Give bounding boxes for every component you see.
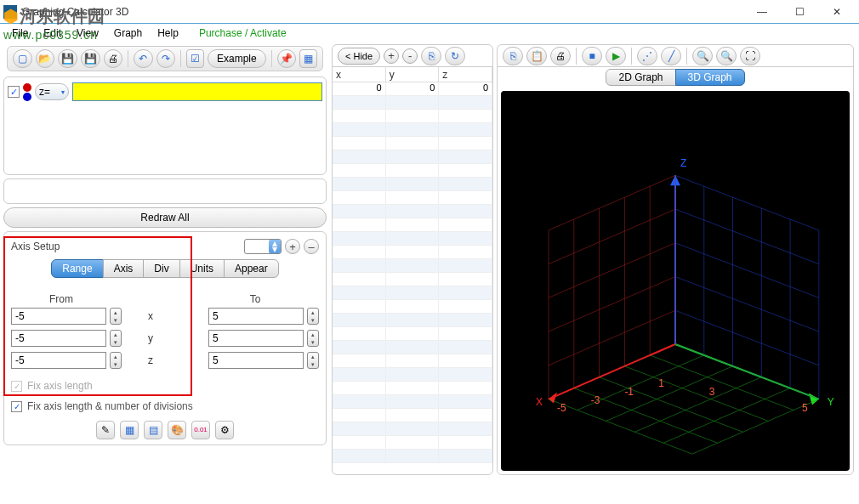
pin-button[interactable]: 📌 [277,49,297,68]
table-row[interactable] [333,123,492,137]
formula-input[interactable] [72,82,322,101]
undo-button[interactable]: ↶ [134,49,153,68]
mid-copy-button[interactable]: ⎘ [421,47,441,65]
fix-axis-div-checkbox[interactable] [11,401,22,412]
zoom-in-button[interactable]: 🔍 [692,47,713,65]
to-y-input[interactable]: 5 [208,330,304,347]
table-row[interactable] [333,164,492,178]
from-x-input[interactable]: -5 [11,308,106,325]
table-row[interactable] [333,314,492,327]
checkbox-tool[interactable]: ☑ [186,49,204,68]
table-row[interactable] [333,368,492,382]
hide-button[interactable]: < Hide [338,48,380,65]
to-y-spinner[interactable]: ▴▾ [307,330,319,347]
save-button[interactable]: 💾 [58,49,77,68]
zoom-out-button[interactable]: 🔍 [716,47,737,65]
graph-copy-button[interactable]: ⎘ [503,47,523,65]
table-row[interactable] [333,137,492,150]
stop-button[interactable]: ■ [582,47,602,65]
equation-type-dropdown[interactable]: z= ▾ [35,83,69,100]
axis-preset-dropdown[interactable]: ▴▾ [244,239,282,254]
redo-button[interactable]: ↷ [156,49,176,68]
remove-row-button[interactable]: - [402,48,418,64]
example-button[interactable]: Example [208,49,266,68]
axis-remove-button[interactable]: – [304,239,319,254]
table-row[interactable] [333,382,492,395]
minimize-button[interactable]: — [743,1,781,23]
from-y-spinner[interactable]: ▴▾ [110,330,122,347]
precision-tool[interactable]: 0.01 [191,421,210,439]
table-row[interactable] [333,341,492,354]
to-z-input[interactable]: 5 [208,352,304,369]
col-y[interactable]: y [386,67,440,82]
table-row[interactable] [333,96,492,110]
from-y-input[interactable]: -5 [11,330,106,347]
tab-3d-graph[interactable]: 3D Graph [675,69,745,86]
menu-help[interactable]: Help [151,25,185,41]
table-row[interactable] [333,409,492,422]
close-button[interactable]: ✕ [818,1,856,23]
menu-purchase[interactable]: Purchase / Activate [192,25,293,41]
menu-edit[interactable]: Edit [37,25,68,41]
col-x[interactable]: x [333,67,386,82]
axis-add-button[interactable]: + [285,239,300,254]
table-row[interactable] [333,150,492,164]
grid-button[interactable]: ▦ [299,49,317,68]
table-row[interactable] [333,191,492,205]
table-row[interactable] [333,178,492,191]
color-swatch-blue[interactable] [23,93,31,101]
pencil-tool[interactable]: ✎ [96,421,115,439]
play-button[interactable]: ▶ [606,47,626,65]
from-x-spinner[interactable]: ▴▾ [110,308,122,325]
tab-appear[interactable]: Appear [224,259,279,278]
to-z-spinner[interactable]: ▴▾ [307,352,319,369]
table-row[interactable] [333,205,492,218]
save-as-button[interactable]: 💾 [81,49,100,68]
trace-button[interactable]: ⋰ [637,47,657,65]
table-row[interactable] [333,246,492,259]
graph-viewport[interactable]: X Y Z [501,91,850,471]
table-row[interactable] [333,422,492,436]
from-z-input[interactable]: -5 [11,352,106,369]
formula-visible-checkbox[interactable] [8,86,20,98]
redraw-all-button[interactable]: Redraw All [3,207,327,228]
line-button[interactable]: ╱ [661,47,681,65]
table-row[interactable] [333,286,492,300]
add-row-button[interactable]: + [384,48,399,64]
print-button[interactable]: 🖨 [104,49,123,68]
tab-range[interactable]: Range [51,259,103,278]
color-swatch-red[interactable] [23,83,31,92]
tab-units[interactable]: Units [179,259,225,278]
to-x-input[interactable]: 5 [208,308,304,325]
maximize-button[interactable]: ☐ [781,1,818,23]
menu-view[interactable]: View [70,25,105,41]
graph-clipboard-button[interactable]: 📋 [526,47,547,65]
to-x-spinner[interactable]: ▴▾ [307,308,319,325]
table-row[interactable] [333,354,492,368]
table-row[interactable] [333,218,492,232]
table-row[interactable] [333,450,492,463]
settings-tool[interactable]: ⚙ [215,421,234,439]
grid-tool[interactable]: ▦ [120,421,139,439]
zoom-fit-button[interactable]: ⛶ [740,47,760,65]
new-button[interactable]: ▢ [13,49,32,68]
table-row[interactable] [333,273,492,286]
tab-2d-graph[interactable]: 2D Graph [606,69,675,86]
col-z[interactable]: z [439,67,492,82]
open-button[interactable]: 📂 [36,49,55,68]
tab-axis[interactable]: Axis [103,259,145,278]
table-row[interactable] [333,327,492,341]
table-row[interactable] [333,110,492,123]
graph-print-button[interactable]: 🖨 [550,47,571,65]
color-tool[interactable]: 🎨 [168,421,186,439]
table-row[interactable] [333,259,492,273]
table-tool[interactable]: ▤ [144,421,162,439]
table-row[interactable] [333,436,492,450]
menu-file[interactable]: File [5,25,35,41]
table-row[interactable] [333,232,492,246]
tab-div[interactable]: Div [143,259,179,278]
table-row[interactable] [333,395,492,409]
mid-refresh-button[interactable]: ↻ [445,47,465,65]
table-row[interactable]: 0 0 0 [333,82,492,96]
from-z-spinner[interactable]: ▴▾ [110,352,122,369]
